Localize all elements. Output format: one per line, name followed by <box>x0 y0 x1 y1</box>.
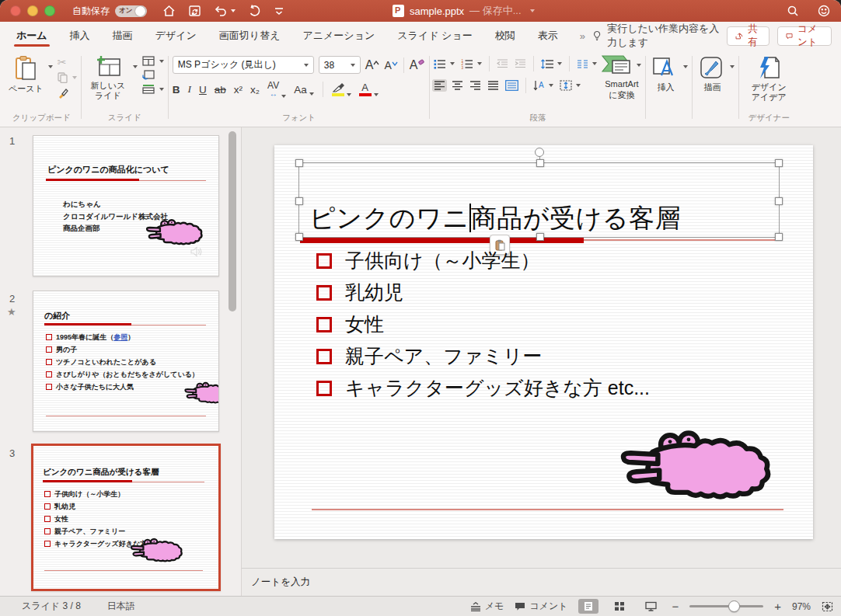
tab-animations[interactable]: アニメーション <box>302 23 375 48</box>
draw-chevron[interactable] <box>730 65 735 68</box>
align-center-button[interactable] <box>452 81 463 90</box>
distributed-button[interactable] <box>505 80 518 91</box>
font-size-chevron[interactable] <box>351 64 355 67</box>
numbering-button[interactable]: 123 <box>461 59 482 69</box>
normal-view-button[interactable] <box>578 599 598 614</box>
slide-1-thumbnail[interactable]: ピンクのワニの商品化について わにちゃん クロコダイルワールド株式会社 商品企画… <box>33 135 219 277</box>
increase-indent-button[interactable] <box>515 59 526 68</box>
tab-slideshow[interactable]: スライド ショー <box>396 23 473 48</box>
language-indicator[interactable]: 日本語 <box>107 600 135 613</box>
cut-button[interactable]: ✂ <box>58 56 77 68</box>
character-spacing-chevron[interactable] <box>281 95 286 98</box>
handle-top-left[interactable] <box>295 159 303 167</box>
numbering-chevron[interactable] <box>477 62 482 65</box>
undo-chevron[interactable] <box>231 9 236 12</box>
superscript-button[interactable]: x² <box>234 84 243 96</box>
smartart-chevron[interactable] <box>637 64 641 67</box>
underline-button[interactable]: U <box>199 84 207 96</box>
rotation-handle[interactable] <box>535 148 544 157</box>
zoom-slider[interactable] <box>689 605 763 607</box>
title-chevron[interactable] <box>530 9 535 12</box>
slide-3-thumbnail-selected[interactable]: ピンクのワニ商品が受ける客層 子供向け（～小学生） 乳幼児 女性 親子ペア、ファ… <box>31 444 221 591</box>
font-color-button[interactable]: A <box>359 82 379 96</box>
zoom-out-button[interactable]: − <box>672 600 679 612</box>
tab-home[interactable]: ホーム <box>16 23 48 48</box>
shrink-font-button[interactable]: A <box>384 59 397 71</box>
share-button[interactable]: 共有 <box>727 26 769 46</box>
bullet-item[interactable]: 子供向け（～小学生） <box>316 248 540 273</box>
reference-link[interactable]: 参照 <box>113 333 127 341</box>
handle-mid-right[interactable] <box>775 197 783 205</box>
text-highlight-button[interactable] <box>332 83 351 96</box>
handle-top-center[interactable] <box>536 159 544 167</box>
reset-slide-button[interactable] <box>142 70 164 80</box>
slide-title-text[interactable]: ピンクのワニ商品が受ける客層 <box>309 201 681 236</box>
minimize-window-button[interactable] <box>27 5 38 16</box>
undo-icon[interactable] <box>214 5 236 17</box>
text-direction-button[interactable]: A <box>533 80 553 91</box>
italic-button[interactable]: I <box>188 83 192 96</box>
handle-mid-left[interactable] <box>295 197 303 205</box>
clear-formatting-button[interactable]: A <box>410 58 426 72</box>
comments-toggle-button[interactable]: コメント <box>515 600 567 613</box>
layout-chevron[interactable] <box>159 60 164 63</box>
bullet-item[interactable]: 女性 <box>316 311 384 337</box>
tellme-box[interactable]: 実行したい作業内容を入力します <box>593 22 727 50</box>
copy-chevron[interactable] <box>72 76 77 79</box>
bullet-item[interactable]: 乳幼児 <box>316 280 403 305</box>
slide-canvas[interactable]: ピンクのワニ商品が受ける客層 子供向け（～小学生） 乳幼児 女性 親子ペア、ファ… <box>274 145 813 539</box>
slideshow-view-button[interactable] <box>640 599 661 614</box>
bullet-item[interactable]: キャラクターグッズ好きな方 etc... <box>316 375 650 401</box>
section-chevron[interactable] <box>159 88 164 91</box>
tab-draw[interactable]: 描画 <box>112 23 134 48</box>
autosave-toggle[interactable]: オン <box>115 5 147 17</box>
line-spacing-chevron[interactable] <box>557 62 562 65</box>
section-button[interactable] <box>142 84 164 94</box>
align-text-vertical-button[interactable] <box>560 80 581 91</box>
zoom-slider-thumb[interactable] <box>728 600 740 612</box>
search-icon[interactable] <box>787 5 799 17</box>
notes-pane[interactable]: ノートを入力 <box>242 568 841 596</box>
copy-button[interactable] <box>58 72 77 83</box>
insert-button[interactable]: 挿入 <box>650 53 681 92</box>
font-color-chevron[interactable] <box>374 93 379 96</box>
handle-bottom-left[interactable] <box>295 233 303 241</box>
slide-layout-button[interactable] <box>142 56 164 66</box>
comments-button[interactable]: コメント <box>777 26 832 46</box>
insert-chevron[interactable] <box>683 65 688 68</box>
format-painter-button[interactable] <box>58 87 77 99</box>
font-name-chevron[interactable] <box>304 64 309 67</box>
tab-review[interactable]: 校閲 <box>494 23 516 48</box>
zoom-window-button[interactable] <box>44 5 55 16</box>
decrease-indent-button[interactable] <box>497 59 508 68</box>
columns-button[interactable] <box>577 59 597 69</box>
change-case-chevron[interactable] <box>309 92 314 96</box>
tab-view[interactable]: 表示 <box>537 23 559 48</box>
text-direction-chevron[interactable] <box>549 84 553 87</box>
align-left-button[interactable] <box>432 79 447 92</box>
thumbnail-scrollbar[interactable] <box>229 131 236 311</box>
fit-to-window-button[interactable] <box>822 601 833 612</box>
new-slide-chevron[interactable] <box>133 65 138 68</box>
zoom-in-button[interactable]: + <box>774 600 781 612</box>
strikethrough-button[interactable]: ab <box>215 84 226 96</box>
close-window-button[interactable] <box>10 5 21 16</box>
change-case-button[interactable]: Aa <box>294 84 314 96</box>
feedback-smiley-icon[interactable] <box>818 5 830 17</box>
bullets-chevron[interactable] <box>450 62 455 65</box>
pink-crocodile-image[interactable] <box>615 429 780 500</box>
home-icon[interactable] <box>162 5 176 17</box>
slide-2-thumbnail[interactable]: の紹介 1995年春に誕生（参照） 男の子 ツチノコといわれたことがある さびし… <box>33 291 219 432</box>
subscript-button[interactable]: x₂ <box>250 84 260 96</box>
zoom-level[interactable]: 97% <box>792 601 811 612</box>
font-name-combobox[interactable]: MS Pゴシック (見出し) <box>173 56 314 74</box>
autosave-control[interactable]: 自動保存 オン <box>72 5 147 18</box>
draw-button[interactable]: 描画 <box>696 53 728 92</box>
slide-sorter-view-button[interactable] <box>609 599 630 614</box>
paste-chevron[interactable] <box>48 65 53 68</box>
bullets-button[interactable] <box>434 59 455 69</box>
align-right-button[interactable] <box>469 81 481 90</box>
font-size-combobox[interactable]: 38 <box>319 56 361 74</box>
convert-to-smartart-button[interactable]: SmartArtに変換 <box>602 53 641 101</box>
justify-button[interactable] <box>487 81 499 90</box>
